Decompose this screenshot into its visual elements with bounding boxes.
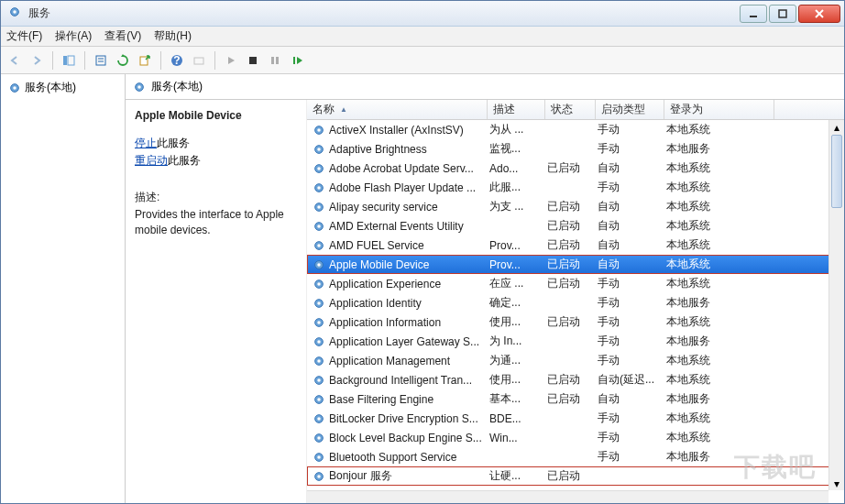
table-row[interactable]: Application Layer Gateway S...为 In...手动本… xyxy=(307,332,844,351)
properties-button[interactable] xyxy=(91,50,111,71)
col-header-status[interactable]: 状态 xyxy=(545,100,596,119)
gear-icon xyxy=(313,162,325,175)
cell-start: 手动 xyxy=(598,180,666,195)
refresh-button[interactable] xyxy=(113,50,133,71)
cell-start: 自动 xyxy=(598,160,666,176)
col-header-name[interactable]: 名称 xyxy=(307,100,488,119)
cell-start: 手动 xyxy=(598,353,666,368)
cell-start: 手动 xyxy=(598,295,666,311)
col-header-desc[interactable]: 描述 xyxy=(488,100,545,119)
minimize-button[interactable] xyxy=(740,5,767,23)
cell-logon: 本地服务 xyxy=(666,449,776,465)
svg-rect-6 xyxy=(63,56,67,65)
table-row[interactable]: Background Intelligent Tran...使用...已启动自动… xyxy=(307,370,844,389)
forward-button xyxy=(27,50,47,71)
cell-name: Application Management xyxy=(329,355,489,367)
titlebar[interactable]: 服务 xyxy=(1,1,844,27)
table-row[interactable]: Apple Mobile DeviceProv...已启动自动本地系统 xyxy=(307,255,844,274)
stop-link[interactable]: 停止 xyxy=(135,137,157,149)
cell-start: 手动 xyxy=(598,334,666,349)
table-row[interactable]: Application Experience在应 ...已启动手动本地系统 xyxy=(307,274,844,293)
gear-icon xyxy=(313,258,325,271)
table-row[interactable]: Bluetooth Support Service手动本地服务 xyxy=(307,447,844,466)
menu-help[interactable]: 帮助(H) xyxy=(154,28,192,44)
svg-point-22 xyxy=(137,85,141,89)
cell-start: 自动 xyxy=(598,257,666,272)
table-row[interactable]: AMD FUEL ServiceProv...已启动自动本地系统 xyxy=(307,236,844,255)
menu-file[interactable]: 文件(F) xyxy=(6,28,42,44)
help-button[interactable]: ? xyxy=(167,50,187,71)
cell-desc: 确定... xyxy=(489,295,547,311)
cell-status: 已启动 xyxy=(547,372,598,388)
cell-name: Base Filtering Engine xyxy=(329,393,489,406)
table-row[interactable]: AMD External Events Utility已启动自动本地系统 xyxy=(307,216,844,236)
cell-name: Apple Mobile Device xyxy=(329,258,489,271)
gear-icon xyxy=(313,201,325,214)
gear-icon xyxy=(8,82,21,94)
table-row[interactable]: Application Identity确定...手动本地服务 xyxy=(307,293,844,312)
svg-point-1 xyxy=(13,10,16,14)
svg-point-32 xyxy=(317,205,321,209)
table-row[interactable]: Base Filtering Engine基本...已启动自动本地服务 xyxy=(307,389,844,409)
cell-name: Adobe Flash Player Update ... xyxy=(329,181,489,194)
svg-point-38 xyxy=(317,263,321,267)
svg-rect-3 xyxy=(779,10,786,17)
cell-name: Block Level Backup Engine S... xyxy=(329,432,489,444)
svg-rect-14 xyxy=(194,58,203,64)
vertical-scrollbar[interactable]: ▴ ▾ xyxy=(829,120,844,490)
restart-suffix: 此服务 xyxy=(168,154,201,167)
cell-desc: Prov... xyxy=(489,239,547,252)
svg-point-42 xyxy=(317,301,321,305)
restart-service-button[interactable] xyxy=(287,50,307,71)
start-service-button xyxy=(221,50,241,71)
scroll-thumb[interactable] xyxy=(831,135,842,208)
table-row[interactable]: Application Management为通...手动本地系统 xyxy=(307,351,844,370)
table-row[interactable]: Adobe Acrobat Update Serv...Ado...已启动自动本… xyxy=(307,159,844,178)
scroll-down-arrow[interactable]: ▾ xyxy=(829,477,844,490)
cell-logon: 本地系统 xyxy=(666,180,776,195)
col-header-start[interactable]: 启动类型 xyxy=(596,100,664,119)
back-button xyxy=(5,50,25,71)
table-row[interactable]: Alipay security service为支 ...已启动自动本地系统 xyxy=(307,197,844,216)
nav-root-item[interactable]: 服务(本地) xyxy=(5,78,121,97)
cell-desc: 使用... xyxy=(489,314,547,330)
col-header-logon[interactable]: 登录为 xyxy=(664,100,774,119)
table-row[interactable]: ActiveX Installer (AxInstSV)为从 ...手动本地系统 xyxy=(307,120,844,139)
cell-status: 已启动 xyxy=(547,468,598,484)
cell-logon: 本地系统 xyxy=(666,160,776,176)
horizontal-scrollbar[interactable] xyxy=(307,490,829,503)
maximize-button[interactable] xyxy=(769,5,796,23)
table-row[interactable]: Adaptive Brightness监视...手动本地服务 xyxy=(307,139,844,159)
stop-service-button[interactable] xyxy=(243,50,263,71)
svg-rect-16 xyxy=(271,57,274,64)
close-button[interactable] xyxy=(798,5,840,23)
cell-desc: 为 In... xyxy=(489,334,547,349)
cell-start: 自动 xyxy=(598,218,666,234)
cell-name: Application Experience xyxy=(329,278,489,290)
gear-icon xyxy=(133,81,146,93)
show-hide-tree-button[interactable] xyxy=(59,50,79,71)
svg-point-50 xyxy=(317,378,321,382)
gear-icon xyxy=(313,470,325,483)
table-row[interactable]: Application Information使用...已启动手动本地系统 xyxy=(307,312,844,332)
export-button[interactable] xyxy=(135,50,155,71)
cell-name: Application Information xyxy=(329,316,489,329)
restart-link[interactable]: 重启动 xyxy=(135,154,168,167)
cell-start: 自动 xyxy=(598,199,666,214)
table-row[interactable]: BitLocker Drive Encryption S...BDE...手动本… xyxy=(307,409,844,428)
cell-status: 已启动 xyxy=(547,160,598,176)
gear-icon xyxy=(313,124,325,137)
menu-view[interactable]: 查看(V) xyxy=(104,28,141,44)
menu-action[interactable]: 操作(A) xyxy=(55,28,92,44)
cell-name: AMD FUEL Service xyxy=(329,239,489,252)
gear-icon xyxy=(313,220,325,233)
cell-start: 手动 xyxy=(598,314,666,330)
detail-desc-label: 描述: xyxy=(135,190,297,205)
cell-desc: BDE... xyxy=(489,412,547,425)
scroll-up-arrow[interactable]: ▴ xyxy=(829,120,844,134)
table-row[interactable]: Adobe Flash Player Update ...此服...手动本地系统 xyxy=(307,178,844,197)
table-row[interactable]: Bonjour 服务让硬...已启动 xyxy=(307,466,844,486)
table-row[interactable]: Block Level Backup Engine S...Win...手动本地… xyxy=(307,428,844,447)
cell-name: Adaptive Brightness xyxy=(329,143,489,156)
cell-logon: 本地服务 xyxy=(666,141,776,157)
